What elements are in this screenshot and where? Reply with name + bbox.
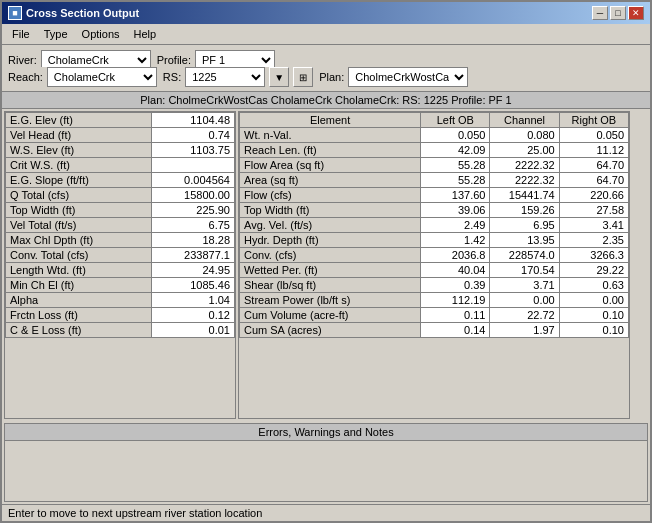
- data-cell: 2222.32: [490, 158, 559, 173]
- menu-help[interactable]: Help: [128, 26, 163, 42]
- element-cell: Hydr. Depth (ft): [240, 233, 421, 248]
- status-bar: Enter to move to next upstream river sta…: [2, 504, 650, 521]
- close-button[interactable]: ✕: [628, 6, 644, 20]
- left-value-cell: 1085.46: [151, 278, 234, 293]
- element-cell: Cum Volume (acre-ft): [240, 308, 421, 323]
- river-label: River:: [8, 54, 37, 66]
- data-cell: 40.04: [421, 263, 490, 278]
- table-row: Reach Len. (ft)42.0925.0011.12: [240, 143, 629, 158]
- right-header-cell: Element: [240, 113, 421, 128]
- reach-select[interactable]: CholameCrk: [47, 67, 157, 87]
- maximize-button[interactable]: □: [610, 6, 626, 20]
- data-cell: 55.28: [421, 158, 490, 173]
- data-cell: 0.00: [559, 293, 628, 308]
- data-cell: 2222.32: [490, 173, 559, 188]
- right-table: ElementLeft OBChannelRight OB Wt. n-Val.…: [238, 111, 630, 419]
- data-cell: 64.70: [559, 158, 628, 173]
- table-row: Min Ch El (ft)1085.46: [6, 278, 235, 293]
- app-icon: ■: [8, 6, 22, 20]
- menu-type[interactable]: Type: [38, 26, 74, 42]
- data-cell: 0.10: [559, 308, 628, 323]
- data-cell: 0.00: [490, 293, 559, 308]
- table-row: Conv. (cfs)2036.8228574.03266.3: [240, 248, 629, 263]
- right-header-cell: Channel: [490, 113, 559, 128]
- right-header-cell: Left OB: [421, 113, 490, 128]
- left-label-cell: Vel Total (ft/s): [6, 218, 152, 233]
- rs-down-button[interactable]: ▼: [269, 67, 289, 87]
- plan-select[interactable]: CholmeCrkWostCas: [348, 67, 468, 87]
- data-cell: 15441.74: [490, 188, 559, 203]
- table-row: Vel Head (ft)0.74: [6, 128, 235, 143]
- data-cell: 11.12: [559, 143, 628, 158]
- table-row: Length Wtd. (ft)24.95: [6, 263, 235, 278]
- element-cell: Top Width (ft): [240, 203, 421, 218]
- left-label-cell: Length Wtd. (ft): [6, 263, 152, 278]
- plan-label: Plan:: [319, 71, 344, 83]
- table-row: Flow Area (sq ft)55.282222.3264.70: [240, 158, 629, 173]
- data-cell: 2036.8: [421, 248, 490, 263]
- left-value-cell: 0.12: [151, 308, 234, 323]
- table-row: Max Chl Dpth (ft)18.28: [6, 233, 235, 248]
- data-cell: 0.050: [421, 128, 490, 143]
- left-table: E.G. Elev (ft)1104.48Vel Head (ft)0.74W.…: [4, 111, 236, 419]
- data-cell: 55.28: [421, 173, 490, 188]
- data-cell: 220.66: [559, 188, 628, 203]
- window-title: Cross Section Output: [26, 7, 139, 19]
- data-cell: 159.26: [490, 203, 559, 218]
- left-value-cell: 0.004564: [151, 173, 234, 188]
- left-value-cell: 0.74: [151, 128, 234, 143]
- element-cell: Flow (cfs): [240, 188, 421, 203]
- left-label-cell: E.G. Slope (ft/ft): [6, 173, 152, 188]
- data-cell: 6.95: [490, 218, 559, 233]
- data-cell: 25.00: [490, 143, 559, 158]
- left-value-cell: 225.90: [151, 203, 234, 218]
- minimize-button[interactable]: ─: [592, 6, 608, 20]
- rs-up-button[interactable]: ⊞: [293, 67, 313, 87]
- data-cell: 0.080: [490, 128, 559, 143]
- table-row: Crit W.S. (ft): [6, 158, 235, 173]
- table-row: Cum SA (acres)0.141.970.10: [240, 323, 629, 338]
- rs-select[interactable]: 1225: [185, 67, 265, 87]
- errors-section: Errors, Warnings and Notes: [4, 423, 648, 502]
- left-value-cell: 1103.75: [151, 143, 234, 158]
- table-row: Flow (cfs)137.6015441.74220.66: [240, 188, 629, 203]
- profile-label: Profile:: [157, 54, 191, 66]
- menu-options[interactable]: Options: [76, 26, 126, 42]
- data-cell: 1.42: [421, 233, 490, 248]
- left-label-cell: Q Total (cfs): [6, 188, 152, 203]
- data-cell: 2.35: [559, 233, 628, 248]
- left-label-cell: Crit W.S. (ft): [6, 158, 152, 173]
- data-cell: 170.54: [490, 263, 559, 278]
- table-row: W.S. Elev (ft)1103.75: [6, 143, 235, 158]
- data-cell: 27.58: [559, 203, 628, 218]
- data-cell: 42.09: [421, 143, 490, 158]
- left-label-cell: Conv. Total (cfs): [6, 248, 152, 263]
- element-cell: Wt. n-Val.: [240, 128, 421, 143]
- data-cell: 22.72: [490, 308, 559, 323]
- table-row: E.G. Slope (ft/ft)0.004564: [6, 173, 235, 188]
- table-row: Q Total (cfs)15800.00: [6, 188, 235, 203]
- data-cell: 0.39: [421, 278, 490, 293]
- toolbar-row2: Reach: CholameCrk RS: 1225 ▼ ⊞ Plan: Cho…: [2, 67, 650, 91]
- rs-label: RS:: [163, 71, 181, 83]
- data-cell: 112.19: [421, 293, 490, 308]
- left-value-cell: 233877.1: [151, 248, 234, 263]
- table-row: Area (sq ft)55.282222.3264.70: [240, 173, 629, 188]
- table-row: Avg. Vel. (ft/s)2.496.953.41: [240, 218, 629, 233]
- data-cell: 0.11: [421, 308, 490, 323]
- left-label-cell: E.G. Elev (ft): [6, 113, 152, 128]
- table-row: Cum Volume (acre-ft)0.1122.720.10: [240, 308, 629, 323]
- data-cell: 3266.3: [559, 248, 628, 263]
- menu-file[interactable]: File: [6, 26, 36, 42]
- table-row: Wetted Per. (ft)40.04170.5429.22: [240, 263, 629, 278]
- table-row: Frctn Loss (ft)0.12: [6, 308, 235, 323]
- element-cell: Conv. (cfs): [240, 248, 421, 263]
- table-row: C & E Loss (ft)0.01: [6, 323, 235, 338]
- element-cell: Cum SA (acres): [240, 323, 421, 338]
- data-cell: 0.10: [559, 323, 628, 338]
- left-value-cell: 18.28: [151, 233, 234, 248]
- data-cell: 64.70: [559, 173, 628, 188]
- data-cell: 29.22: [559, 263, 628, 278]
- element-cell: Avg. Vel. (ft/s): [240, 218, 421, 233]
- element-cell: Stream Power (lb/ft s): [240, 293, 421, 308]
